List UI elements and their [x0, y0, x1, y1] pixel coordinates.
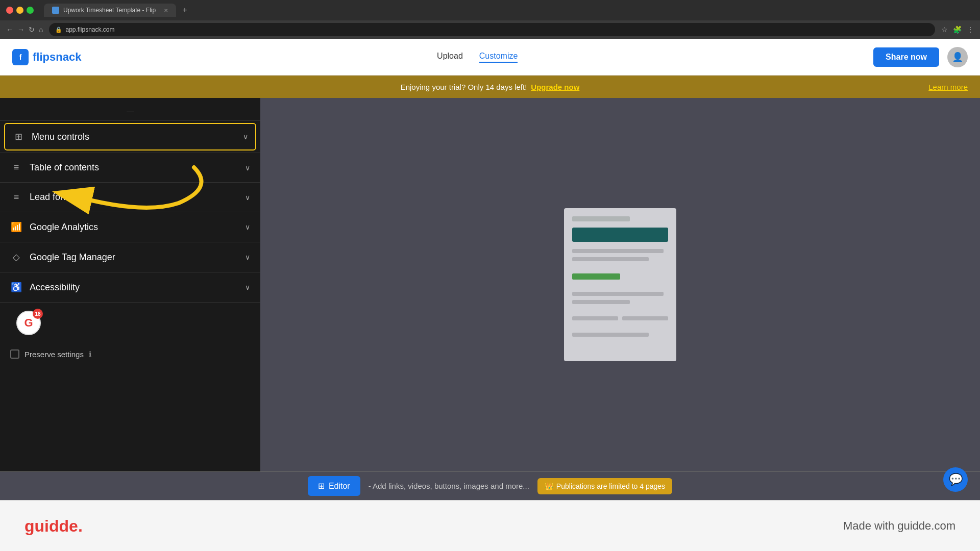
sidebar-item-lead-form[interactable]: ≡ Lead form ∨: [0, 183, 260, 212]
doc-header-bar: [572, 228, 668, 242]
chat-icon: 💬: [949, 473, 963, 486]
toc-label: Table of contents: [30, 162, 99, 173]
header-nav: Upload Customize: [437, 52, 518, 63]
doc-green-bar: [572, 273, 620, 280]
doc-line-1: [572, 249, 664, 253]
dot-red[interactable]: [6, 7, 13, 14]
editor-label: Editor: [329, 482, 350, 491]
menu-icon[interactable]: ⋮: [967, 26, 974, 34]
lead-form-label: Lead form: [30, 192, 71, 203]
doc-line-3: [572, 292, 664, 296]
header-right: Share now 👤: [873, 47, 968, 67]
notification-badge: 18: [33, 309, 43, 319]
g-notification-circle[interactable]: G 18: [16, 311, 41, 335]
lead-form-chevron: ∨: [245, 193, 250, 202]
preserve-settings-label: Preserve settings: [24, 350, 84, 359]
accessibility-chevron: ∨: [245, 283, 250, 291]
guidde-footer: guidde. Made with guidde.com: [0, 500, 980, 551]
sidebar-item-google-tag-manager[interactable]: ◇ Google Tag Manager ∨: [0, 242, 260, 272]
add-description: - Add links, videos, buttons, images and…: [369, 482, 529, 490]
menu-controls-header[interactable]: ⊞ Menu controls ∨: [5, 124, 255, 149]
upgrade-now-link[interactable]: Upgrade now: [531, 83, 579, 91]
sidebar-item-menu-controls[interactable]: ⊞ Menu controls ∨: [0, 121, 260, 153]
share-now-button[interactable]: Share now: [873, 47, 939, 67]
lock-icon: 🔒: [55, 27, 62, 33]
nav-upload[interactable]: Upload: [437, 52, 463, 63]
doc-col-right: [622, 316, 668, 320]
accessibility-icon: ♿: [10, 282, 22, 293]
bottom-bar: ⊞ Editor - Add links, videos, buttons, i…: [0, 471, 980, 500]
browser-tab[interactable]: Upwork Timesheet Template - Flip ✕: [44, 4, 176, 17]
dot-yellow[interactable]: [16, 7, 23, 14]
preserve-settings-info-icon[interactable]: ℹ: [89, 350, 91, 358]
preserve-settings-row: Preserve settings ℹ: [0, 343, 260, 365]
address-bar-row: ← → ↻ ⌂ 🔒 app.flipsnack.com ☆ 🧩 ⋮: [0, 20, 980, 39]
toc-chevron: ∨: [245, 164, 250, 172]
tab-title: Upwork Timesheet Template - Flip: [63, 7, 156, 14]
toc-icon: ≡: [10, 162, 22, 173]
document-preview: [564, 208, 676, 361]
dot-green[interactable]: [27, 7, 34, 14]
sidebar-item-google-analytics[interactable]: 📶 Google Analytics ∨: [0, 212, 260, 242]
gtm-icon: ◇: [10, 252, 22, 263]
doc-col-left: [572, 316, 618, 320]
editor-button[interactable]: ⊞ Editor: [308, 476, 360, 496]
tab-close-icon[interactable]: ✕: [164, 8, 168, 13]
doc-two-col: [572, 316, 668, 320]
logo-icon: f: [12, 49, 29, 65]
menu-controls-label: Menu controls: [32, 132, 89, 142]
content-area: [260, 98, 980, 471]
guidde-credit: Made with guidde.com: [843, 519, 955, 533]
analytics-icon: 📶: [10, 221, 22, 233]
browser-actions: ☆ 🧩 ⋮: [941, 26, 974, 34]
address-bar[interactable]: 🔒 app.flipsnack.com: [49, 23, 935, 36]
chat-button[interactable]: 💬: [943, 467, 968, 492]
upgrade-badge[interactable]: 👑 Publications are limited to 4 pages: [537, 478, 672, 494]
address-text: app.flipsnack.com: [65, 26, 114, 33]
gtm-chevron: ∨: [245, 253, 250, 261]
menu-controls-icon: ⊞: [12, 131, 24, 142]
bookmark-icon[interactable]: ☆: [941, 26, 948, 34]
analytics-chevron: ∨: [245, 223, 250, 231]
forward-button[interactable]: →: [17, 26, 24, 34]
analytics-label: Google Analytics: [30, 222, 98, 233]
doc-title-placeholder: [572, 216, 630, 221]
sidebar-top-collapsed: —: [0, 102, 260, 121]
editor-icon: ⊞: [318, 481, 325, 491]
browser-dots: [6, 7, 34, 14]
doc-line-2: [572, 257, 649, 261]
gtm-label: Google Tag Manager: [30, 252, 115, 263]
lead-form-icon: ≡: [10, 192, 22, 203]
menu-controls-chevron: ∨: [243, 133, 248, 141]
extensions-icon[interactable]: 🧩: [953, 26, 962, 34]
doc-line-4: [572, 300, 630, 304]
upgrade-icon: 👑: [545, 482, 553, 490]
nav-customize[interactable]: Customize: [479, 52, 518, 63]
preserve-settings-checkbox[interactable]: [10, 349, 19, 359]
nav-buttons: ← → ↻ ⌂: [6, 26, 43, 34]
reload-button[interactable]: ↻: [29, 26, 35, 34]
home-button[interactable]: ⌂: [39, 26, 43, 34]
sidebar-item-accessibility[interactable]: ♿ Accessibility ∨: [0, 272, 260, 303]
guidde-logo: guidde.: [24, 517, 83, 536]
avatar[interactable]: 👤: [947, 47, 968, 67]
back-button[interactable]: ←: [6, 26, 13, 34]
logo-text: flipsnack: [33, 51, 81, 64]
new-tab-button[interactable]: +: [182, 6, 187, 15]
upgrade-text: Publications are limited to 4 pages: [556, 482, 665, 490]
accessibility-label: Accessibility: [30, 282, 80, 293]
tab-favicon: [52, 7, 59, 14]
browser-chrome: Upwork Timesheet Template - Flip ✕ +: [0, 0, 980, 20]
app-header: f flipsnack Upload Customize Share now 👤: [0, 39, 980, 76]
doc-line-5: [572, 333, 649, 337]
learn-more-link[interactable]: Learn more: [928, 83, 968, 91]
sidebar: — ⊞ Menu controls ∨: [0, 98, 260, 471]
trial-banner: Enjoying your trial? Only 14 days left! …: [0, 76, 980, 98]
sidebar-item-table-of-contents[interactable]: ≡ Table of contents ∨: [0, 153, 260, 183]
trial-message: Enjoying your trial? Only 14 days left!: [401, 83, 527, 91]
logo: f flipsnack: [12, 49, 81, 65]
